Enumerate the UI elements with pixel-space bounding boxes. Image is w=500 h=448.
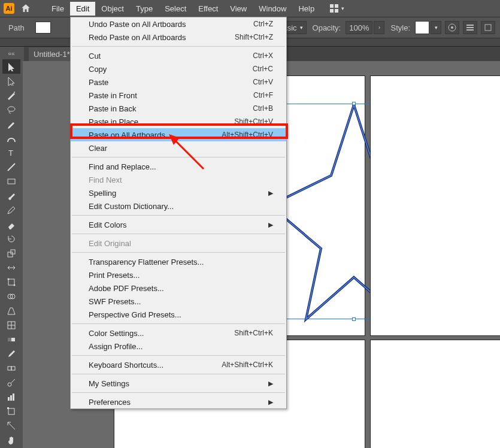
tool-mesh[interactable] <box>2 318 20 332</box>
svg-rect-2 <box>330 9 334 13</box>
tool-curvature[interactable] <box>2 131 20 146</box>
style-caret[interactable]: ▾ <box>431 21 441 34</box>
svg-rect-3 <box>335 9 338 13</box>
tool-rotate[interactable] <box>2 232 20 246</box>
artboard-2[interactable] <box>370 75 500 336</box>
tool-shape-builder[interactable] <box>2 289 20 304</box>
app-logo: Ai <box>4 3 14 14</box>
opacity-input[interactable]: 100% <box>346 21 372 34</box>
workspace-caret-icon[interactable]: ▾ <box>341 5 344 11</box>
svg-rect-15 <box>8 252 13 257</box>
tool-width[interactable] <box>2 261 20 275</box>
tool-perspective[interactable] <box>2 304 20 318</box>
transform-button[interactable] <box>481 21 495 34</box>
menuitem-undo-paste-on-all-artboards[interactable]: Undo Paste on All ArtboardsCtrl+Z <box>71 17 286 31</box>
menu-type[interactable]: Type <box>130 2 159 16</box>
svg-rect-27 <box>8 367 11 370</box>
tool-slice[interactable] <box>2 419 20 433</box>
menuitem-paste-in-place[interactable]: Paste in PlaceShift+Ctrl+V <box>71 115 286 128</box>
tool-blend[interactable] <box>2 361 20 376</box>
recolor-button[interactable] <box>445 21 459 34</box>
menuitem-transparency-flattener-presets[interactable]: Transparency Flattener Presets... <box>71 255 286 268</box>
tool-hand[interactable] <box>2 433 20 447</box>
artboard-4[interactable] <box>370 340 500 448</box>
tool-eyedropper[interactable] <box>2 347 20 361</box>
tool-magic-wand[interactable] <box>2 88 20 102</box>
menuitem-copy[interactable]: CopyCtrl+C <box>71 62 286 75</box>
style-swatch[interactable] <box>415 21 429 34</box>
menu-object[interactable]: Object <box>95 2 130 16</box>
menuitem-preferences[interactable]: Preferences▶ <box>71 395 286 408</box>
tool-panel-grip[interactable]: «« <box>2 50 20 57</box>
menu-edit[interactable]: Edit <box>70 2 95 16</box>
menuitem-color-settings[interactable]: Color Settings...Shift+Ctrl+K <box>71 326 286 340</box>
menuitem-redo-paste-on-all-artboards[interactable]: Redo Paste on All ArtboardsShift+Ctrl+Z <box>71 31 286 44</box>
menuitem-assign-profile[interactable]: Assign Profile... <box>71 340 286 353</box>
svg-rect-6 <box>466 25 474 26</box>
tool-selection[interactable] <box>2 59 20 74</box>
tool-direct-selection[interactable] <box>2 74 20 88</box>
menu-view[interactable]: View <box>224 2 253 16</box>
opacity-stepper[interactable]: › <box>374 21 384 34</box>
menuitem-keyboard-shortcuts[interactable]: Keyboard Shortcuts...Alt+Shift+Ctrl+K <box>71 358 286 371</box>
menuitem-adobe-pdf-presets[interactable]: Adobe PDF Presets... <box>71 281 286 295</box>
eraser-icon <box>7 220 16 229</box>
menuitem-print-presets[interactable]: Print Presets... <box>71 268 286 281</box>
svg-rect-1 <box>335 4 338 8</box>
pencil-icon <box>7 205 16 215</box>
ruler-corner <box>0 38 24 47</box>
menuitem-clear[interactable]: Clear <box>71 141 286 155</box>
tool-pencil[interactable] <box>2 203 20 217</box>
svg-line-13 <box>8 164 15 171</box>
style-label: Style: <box>390 23 410 32</box>
menuitem-cut[interactable]: CutCtrl+X <box>71 49 286 62</box>
menuitem-edit-colors[interactable]: Edit Colors▶ <box>71 218 286 231</box>
menuitem-swf-presets[interactable]: SWF Presets... <box>71 295 286 308</box>
tool-artboard[interactable] <box>2 404 20 419</box>
tool-free-transform[interactable] <box>2 275 20 289</box>
menuitem-find-and-replace[interactable]: Find and Replace... <box>71 160 286 173</box>
tool-gradient[interactable] <box>2 332 20 347</box>
menuitem-paste-on-all-artboards[interactable]: Paste on All ArtboardsAlt+Shift+Ctrl+V <box>71 128 286 141</box>
menuitem-edit-custom-dictionary[interactable]: Edit Custom Dictionary... <box>71 199 286 213</box>
fill-swatch[interactable] <box>35 22 51 34</box>
menuitem-paste-in-front[interactable]: Paste in FrontCtrl+F <box>71 89 286 102</box>
perspective-icon <box>7 306 16 316</box>
curvature-icon <box>7 134 16 143</box>
tool-panel: «« T <box>0 47 23 448</box>
rectangle-icon <box>7 177 16 186</box>
home-icon[interactable] <box>20 3 31 14</box>
type-icon: T <box>7 148 16 158</box>
tool-lasso[interactable] <box>2 102 20 117</box>
tool-pen[interactable] <box>2 117 20 131</box>
menu-separator <box>72 46 285 47</box>
tool-column-graph[interactable] <box>2 390 20 404</box>
menu-effect[interactable]: Effect <box>192 2 224 16</box>
align-button[interactable] <box>463 21 477 34</box>
menuitem-perspective-grid-presets[interactable]: Perspective Grid Presets... <box>71 308 286 321</box>
magic-wand-icon <box>7 90 16 100</box>
scale-icon <box>7 249 16 258</box>
menu-separator <box>72 392 285 393</box>
menuitem-my-settings[interactable]: My Settings▶ <box>71 377 286 390</box>
tool-rectangle[interactable] <box>2 174 20 189</box>
menu-select[interactable]: Select <box>159 2 192 16</box>
workspace-switcher-icon[interactable] <box>330 4 338 13</box>
tool-type[interactable]: T <box>2 146 20 160</box>
menuitem-paste[interactable]: PasteCtrl+V <box>71 75 286 89</box>
menuitem-find-next: Find Next <box>71 173 286 186</box>
svg-point-29 <box>8 383 11 386</box>
menuitem-spelling[interactable]: Spelling▶ <box>71 186 286 199</box>
tool-line[interactable] <box>2 160 20 174</box>
menu-separator <box>72 215 285 216</box>
column-graph-icon <box>7 392 16 402</box>
tool-scale[interactable] <box>2 246 20 261</box>
tool-symbol-sprayer[interactable] <box>2 376 20 390</box>
menu-file[interactable]: File <box>46 2 70 16</box>
tool-eraser[interactable] <box>2 217 20 232</box>
menu-separator <box>72 234 285 234</box>
menu-help[interactable]: Help <box>292 2 320 16</box>
menu-window[interactable]: Window <box>253 2 292 16</box>
menuitem-paste-in-back[interactable]: Paste in BackCtrl+B <box>71 102 286 115</box>
tool-paintbrush[interactable] <box>2 189 20 203</box>
